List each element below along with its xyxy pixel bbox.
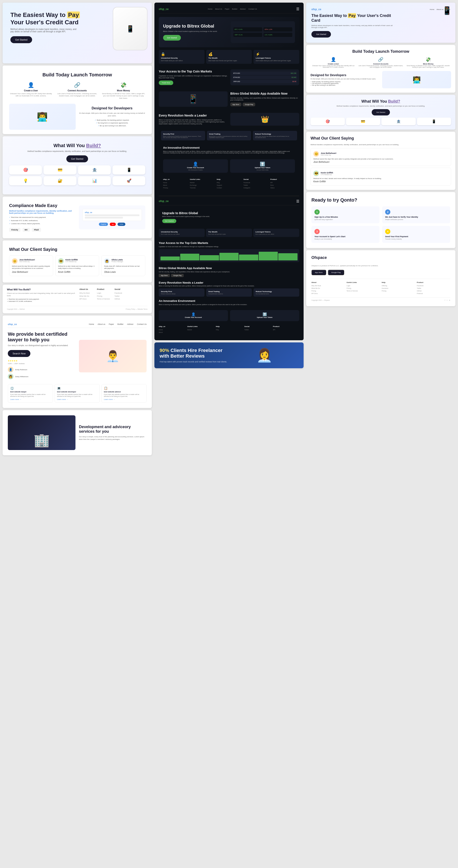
nav-home[interactable]: Home	[89, 323, 94, 325]
br-check-3: ✓ Be up and running in an afternoon.	[310, 85, 380, 86]
crypto-nav-advisor[interactable]: Advisor	[240, 8, 246, 10]
crypto-nav-contact[interactable]: Contact Us	[248, 8, 257, 10]
nav-contact[interactable]: Contact Us	[137, 323, 146, 325]
crypto2-rev-desc: Bitrex is learning the BestDai and write…	[159, 285, 299, 287]
ofspace-icon-fb[interactable]: f	[445, 300, 445, 301]
ofspace-product-tw[interactable]: Twitter	[417, 287, 450, 290]
footer-product-3[interactable]: Status	[270, 187, 295, 189]
footer-product-2[interactable]: Docs	[270, 184, 295, 187]
crypto-nav-paper[interactable]: Paper	[225, 8, 229, 10]
nav-advisor[interactable]: Advisor	[127, 323, 133, 325]
avatar-2: 😎	[58, 258, 64, 264]
method-nav-home[interactable]: Home	[430, 8, 434, 10]
ofspace-product-fb[interactable]: Facebook	[417, 284, 450, 287]
crypto2-cta[interactable]: Get Started	[162, 219, 176, 223]
crypto-nav-builder[interactable]: Builder	[232, 8, 237, 10]
crypto2-app-store[interactable]: App Store	[159, 274, 170, 277]
footer-useful-3[interactable]: Tutorials	[190, 187, 215, 189]
c2f-link6[interactable]: API	[273, 329, 299, 331]
lawyer-nav: Home About us Paper Builder Advisor Cont…	[89, 323, 146, 325]
footer-about-link[interactable]: About	[163, 184, 188, 187]
crypto-nav-home[interactable]: Home	[208, 8, 212, 10]
nav-builder[interactable]: Builder	[117, 323, 123, 325]
crypto-cta-btn[interactable]: Get Started	[163, 35, 181, 40]
br-check-1: ✓ Build quickly. No banking partner requ…	[310, 81, 380, 83]
c2f-link1[interactable]: Home	[159, 329, 185, 331]
footer-product-1[interactable]: API	[270, 181, 295, 184]
footer-social-tw[interactable]: Twitter	[243, 184, 268, 187]
footer-help-3[interactable]: Contact	[217, 187, 241, 189]
ofspace-help-3[interactable]: Pricing	[382, 290, 415, 292]
footer-social-fb[interactable]: Facebook	[243, 181, 268, 184]
ofspace-help-2[interactable]: Insurance	[382, 287, 415, 290]
mobile-app-desc: Get the security, trading, and capabilit…	[230, 97, 299, 101]
ofspace-link-2[interactable]: Pricing	[347, 287, 380, 290]
footer-help-2[interactable]: Support	[217, 184, 241, 187]
ofspace-playstore-btn[interactable]: Google Play	[328, 270, 345, 275]
crypto2-menu[interactable]: ☰	[296, 199, 299, 203]
compliance-logos: Finicity MX Plaid	[9, 228, 75, 232]
c2f-link5[interactable]: Twitter	[244, 329, 271, 331]
footer-help-1[interactable]: FAQ	[217, 181, 241, 184]
footer-privacy-link[interactable]: Privacy	[163, 187, 188, 189]
footer-link-pricing[interactable]: Pricing	[97, 295, 112, 298]
ofspace-about-1[interactable]: Why We Rock	[312, 284, 345, 287]
c2f-link2[interactable]: About	[159, 331, 185, 334]
footer-useful-1[interactable]: Market	[190, 181, 215, 184]
feature-create-user: 👤 Create a User Onboard Your Users Using…	[9, 82, 53, 99]
c2f-link4[interactable]: FAQ	[216, 329, 242, 331]
crypto-nav-about[interactable]: About Us	[215, 8, 222, 10]
footer-link-fb[interactable]: Facebook	[115, 292, 130, 295]
crypto2-upload[interactable]: ⬆️ Upload Your Token	[230, 310, 299, 321]
ofspace-product-gh[interactable]: GitHub	[417, 290, 450, 292]
nav-paper[interactable]: Paper	[109, 323, 114, 325]
play-store-btn[interactable]: Google Play	[243, 103, 255, 106]
c2f3-desc: Don't trade what you can't afford	[256, 234, 297, 235]
nav-about[interactable]: About us	[98, 323, 105, 325]
ofspace-about-3[interactable]: Pricing	[312, 290, 345, 292]
crypto2-create[interactable]: 👤 Create Your Account	[159, 310, 228, 321]
footer-link-gh[interactable]: GitHub	[115, 298, 130, 301]
footer-home-link[interactable]: Home	[163, 181, 188, 184]
cta-upload-token[interactable]: ⬆️ Upload Your Token List your token tod…	[230, 159, 295, 173]
hero-cta-button[interactable]: Get Started	[10, 36, 32, 43]
tr-sig-1: Jose Bethelsueri	[313, 161, 448, 163]
ofspace-icon-ig[interactable]: in	[449, 300, 450, 301]
advisor-learn-more[interactable]: Learn more →	[104, 398, 144, 400]
ofspace-link-1[interactable]: Login	[347, 284, 380, 287]
footer-link-api[interactable]: API Docs	[79, 298, 95, 301]
footer-check-1: ✓ Real time risk assessment for every pa…	[7, 298, 75, 300]
footer-link-login[interactable]: Login	[97, 292, 112, 295]
ofspace-icon-tw[interactable]: t	[447, 300, 447, 301]
ofspace-product-pi[interactable]: Pinterest	[417, 292, 450, 295]
developer-learn-more[interactable]: Learn more →	[57, 398, 97, 400]
build-what-cta[interactable]: Get Started	[66, 155, 88, 162]
footer-useful-2[interactable]: Exchange	[190, 184, 215, 187]
lawyer-learn-more[interactable]: Learn more →	[10, 398, 51, 400]
top-coins-cta[interactable]: Trade Now	[159, 81, 173, 85]
method-right-cta[interactable]: Get Started	[312, 31, 331, 37]
footer-link-why[interactable]: Why the Best	[79, 292, 95, 295]
crypto-menu-icon[interactable]: ☰	[296, 7, 299, 11]
bwr-cta[interactable]: Get Started	[372, 109, 390, 116]
footer-link-what[interactable]: What We Do	[79, 295, 95, 298]
c2f-link3[interactable]: Market	[187, 329, 214, 331]
service-advisor: 📋 best website advicor If you have any w…	[101, 384, 146, 403]
ofspace-appstore-btn[interactable]: App Store	[312, 270, 326, 275]
footer-social-ig[interactable]: Instagram	[243, 187, 268, 189]
cta-create-account[interactable]: 👤 Create Your Account Join thousands of …	[163, 159, 228, 173]
ofspace-about-4[interactable]: API Docs	[312, 292, 345, 295]
testimonial-right-1: 😊 Jose Bethelsueri CEO Great Joy Method …	[310, 148, 451, 166]
robust-feature: Robust Technology That's why security ha…	[253, 131, 297, 141]
footer-col-1: ofsp_ce Home About Privacy	[163, 178, 188, 189]
crypto2-mobile-title: Bitrex Global Mobile App Available Now	[159, 267, 299, 270]
crypto2-play-store[interactable]: Google Play	[171, 274, 184, 277]
footer-link-tw[interactable]: Twitter	[115, 295, 130, 298]
app-store-btn[interactable]: App Store	[230, 103, 241, 106]
ofspace-link-3[interactable]: Terms of Service	[347, 290, 380, 292]
c2f1-title: Unmatched Security	[161, 231, 202, 233]
ofspace-about-2[interactable]: What We Do	[312, 287, 345, 290]
footer-link-tos[interactable]: Terms of Service	[97, 298, 112, 301]
lawyer-cta[interactable]: Search Now	[8, 350, 30, 357]
ofspace-help-1[interactable]: Offering	[382, 284, 415, 287]
